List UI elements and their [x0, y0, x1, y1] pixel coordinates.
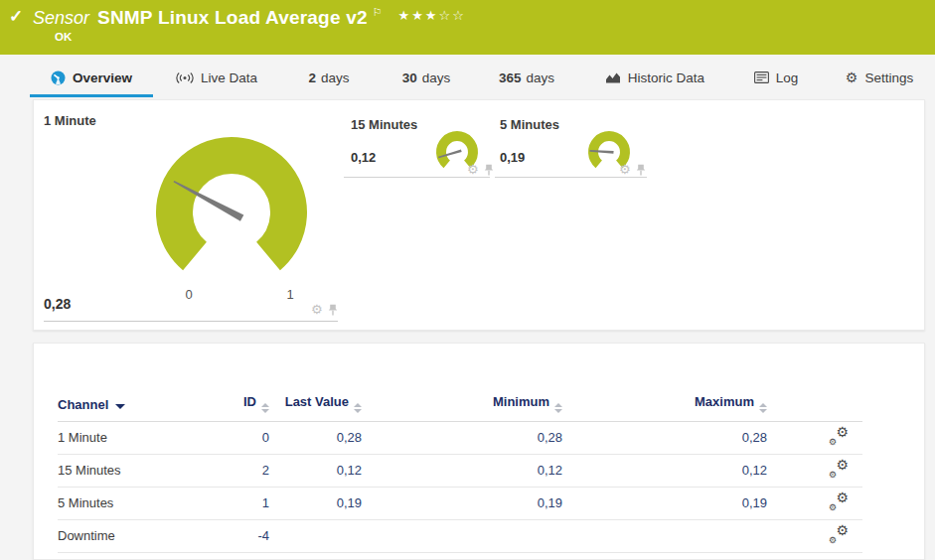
pin-icon[interactable]	[328, 304, 338, 316]
sort-active-desc-icon	[115, 404, 125, 409]
table-row: 1 Minute 0 0,28 0,28 0,28 ⚙⚙	[58, 421, 862, 454]
column-label: Maximum	[695, 394, 754, 409]
cell-id: -4	[213, 519, 269, 552]
column-header-channel[interactable]: Channel	[58, 371, 213, 421]
tab-label: Overview	[73, 70, 132, 85]
sensor-title: SNMP Linux Load Average v2	[97, 5, 368, 31]
cell-maximum	[562, 519, 767, 552]
table-row: Downtime -4 ⚙⚙	[58, 519, 862, 552]
gauge-toolbar: ⚙	[311, 302, 338, 317]
tab-settings[interactable]: ⚙ Settings	[840, 65, 919, 90]
tab-log[interactable]: Log	[747, 65, 805, 90]
sort-icon	[554, 403, 562, 413]
gauge-value-5-minutes: 0,19	[500, 150, 525, 165]
gauge-toolbar: ⚙	[619, 162, 646, 177]
gauge-value-15-minutes: 0,12	[351, 150, 376, 165]
tab-historic-data[interactable]: Historic Data	[598, 65, 711, 90]
channel-settings-gear-icon[interactable]: ⚙	[467, 162, 479, 177]
cell-id: 0	[213, 421, 269, 454]
gauge-title-5-minutes: 5 Minutes	[500, 117, 559, 132]
edit-channel-gears-icon[interactable]: ⚙⚙	[829, 525, 849, 543]
cell-minimum: 0,28	[362, 421, 562, 454]
tab-label: Historic Data	[628, 70, 704, 85]
sensor-status-badge: OK	[55, 31, 72, 43]
table-row: 5 Minutes 1 0,19 0,19 0,19 ⚙⚙	[58, 487, 862, 519]
sort-icon	[759, 403, 767, 413]
column-label: Minimum	[493, 394, 549, 409]
flag-icon[interactable]: ⚐	[373, 6, 383, 19]
status-check-icon: ✓	[9, 6, 23, 27]
tile-divider	[495, 177, 647, 178]
gauge-scale-min: 0	[179, 287, 199, 302]
column-header-minimum[interactable]: Minimum	[362, 371, 562, 421]
tab-2-days[interactable]: 2 days	[298, 65, 360, 90]
cell-maximum: 0,12	[562, 454, 767, 487]
table-row: 15 Minutes 2 0,12 0,12 0,12 ⚙⚙	[58, 454, 862, 487]
cell-id: 2	[213, 454, 269, 487]
tab-label: days	[321, 70, 350, 85]
tab-label: Live Data	[201, 70, 257, 85]
tab-number: 2	[308, 70, 316, 85]
gauge-icon	[51, 70, 66, 85]
gauge-title-15-minutes: 15 Minutes	[351, 117, 417, 132]
cell-minimum: 0,19	[362, 487, 562, 519]
cell-minimum: 0,12	[362, 454, 562, 487]
sensor-banner: ✓ Sensor SNMP Linux Load Average v2 ⚐ ★★…	[0, 0, 935, 55]
edit-channel-gears-icon[interactable]: ⚙⚙	[829, 427, 849, 445]
tab-30-days[interactable]: 30 days	[393, 65, 459, 90]
channels-table: Channel ID Last Value Minimum Maximum 1 …	[58, 371, 862, 553]
cell-last-value: 0,19	[269, 487, 362, 519]
edit-channel-gears-icon[interactable]: ⚙⚙	[829, 460, 849, 478]
tab-label: days	[527, 70, 555, 85]
tab-365-days[interactable]: 365 days	[491, 65, 562, 90]
priority-stars[interactable]: ★★★☆☆	[398, 8, 466, 23]
channels-panel: Channel ID Last Value Minimum Maximum 1 …	[33, 343, 925, 560]
gauge-value-1-minute: 0,28	[44, 296, 71, 312]
column-header-id[interactable]: ID	[213, 371, 269, 421]
column-label: Channel	[58, 397, 108, 412]
gauge-scale-max: 1	[280, 287, 300, 302]
gear-icon: ⚙	[846, 70, 858, 85]
tile-divider	[44, 321, 338, 322]
column-label: ID	[243, 394, 256, 409]
live-data-icon	[176, 71, 194, 84]
gauge-chart-1-minute	[147, 133, 316, 296]
gauges-panel: 1 Minute 0 1 0,28 ⚙ 15 Minutes 0,12 ⚙ 5 …	[33, 99, 925, 331]
cell-minimum	[362, 519, 562, 552]
column-header-last-value[interactable]: Last Value	[269, 371, 362, 421]
column-header-actions	[767, 371, 862, 421]
tab-live-data[interactable]: Live Data	[169, 65, 264, 90]
pin-icon[interactable]	[636, 164, 646, 176]
cell-channel: 1 Minute	[58, 421, 213, 454]
cell-maximum: 0,28	[562, 421, 767, 454]
tile-divider	[344, 177, 490, 178]
channel-settings-gear-icon[interactable]: ⚙	[619, 162, 631, 177]
historic-chart-icon	[605, 71, 621, 83]
cell-last-value	[269, 519, 362, 552]
cell-id: 1	[213, 487, 269, 519]
tab-bar: Overview Live Data 2 days 30 days 365 da…	[0, 55, 935, 99]
cell-channel: Downtime	[58, 519, 213, 552]
pin-icon[interactable]	[484, 164, 494, 176]
cell-maximum: 0,19	[562, 487, 767, 519]
tab-label: Settings	[864, 70, 913, 85]
cell-channel: 15 Minutes	[58, 454, 213, 487]
tab-label: days	[422, 70, 451, 85]
cell-last-value: 0,12	[269, 454, 362, 487]
table-header-row: Channel ID Last Value Minimum Maximum	[58, 371, 862, 421]
sort-icon	[354, 403, 362, 413]
cell-channel: 5 Minutes	[58, 487, 213, 519]
tab-number: 30	[402, 70, 417, 85]
log-icon	[754, 71, 769, 83]
column-label: Last Value	[285, 394, 349, 409]
sort-icon	[261, 403, 269, 413]
column-header-maximum[interactable]: Maximum	[562, 371, 767, 421]
tab-overview[interactable]: Overview	[30, 65, 153, 90]
gauge-title-1-minute: 1 Minute	[44, 113, 96, 128]
object-kind-label: Sensor	[33, 5, 89, 31]
sensor-title-row: Sensor SNMP Linux Load Average v2 ⚐ ★★★☆…	[33, 5, 466, 31]
edit-channel-gears-icon[interactable]: ⚙⚙	[829, 492, 849, 510]
tab-number: 365	[499, 70, 522, 85]
channel-settings-gear-icon[interactable]: ⚙	[311, 302, 323, 317]
tab-label: Log	[776, 70, 799, 85]
